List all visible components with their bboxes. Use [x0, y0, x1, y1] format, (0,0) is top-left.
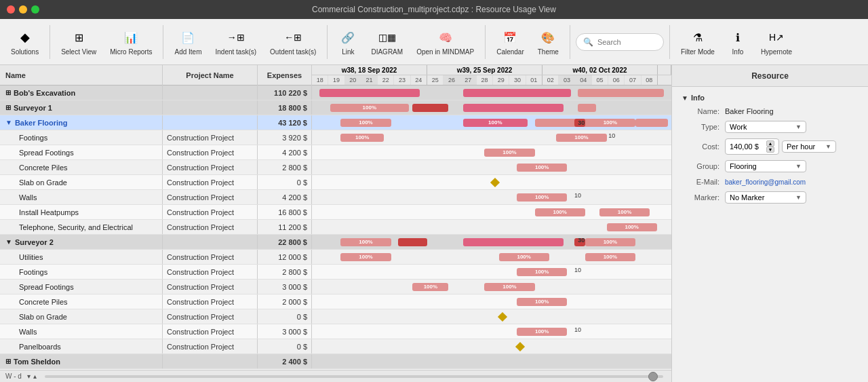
row-gantt-baker: 100% 100% 100% 30: [312, 115, 671, 130]
row-name-footings1: Footings: [0, 130, 163, 145]
minimize-button[interactable]: [19, 5, 27, 14]
row-name-slab1: Slab on Grade: [0, 175, 163, 189]
row-gantt-utilities: 100% 100% 100%: [312, 250, 671, 264]
marker-select[interactable]: No Marker ▼: [725, 191, 806, 204]
table-row[interactable]: Concrete Piles Construction Project 2 80…: [0, 160, 671, 175]
open-mindmap-button[interactable]: 🧠 Open in MINDMAP: [411, 22, 479, 62]
info-button[interactable]: ℹ Info: [723, 22, 753, 62]
calendar-button[interactable]: 📅 Calendar: [491, 22, 530, 62]
row-project-concrete-piles2: Construction Project: [163, 294, 258, 309]
table-row[interactable]: Spread Footings Construction Project 4 2…: [0, 145, 671, 160]
date-headers: w38, 18 Sep 2022 w39, 25 Sep 2022 w40, 0…: [312, 65, 671, 85]
row-gantt-bobs: [312, 85, 671, 100]
table-row[interactable]: ▼ Surveyor 2 22 800 $ 100% 100% 30: [0, 235, 671, 250]
day-headers: 18 19 20 21 22 23 24 25 26 27 28 29: [312, 75, 671, 85]
gantt-bar: 100%: [340, 119, 391, 127]
day-25: 25: [427, 75, 443, 85]
table-row[interactable]: Utilities Construction Project 12 000 $ …: [0, 250, 671, 265]
gantt-bar: 100%: [412, 283, 448, 291]
micro-reports-button[interactable]: 📊 Micro Reports: [104, 22, 157, 62]
add-item-label: Add Item: [174, 48, 201, 56]
table-row[interactable]: Walls Construction Project 4 200 $ 100% …: [0, 190, 671, 205]
close-button[interactable]: [7, 5, 15, 14]
row-project-telephone: Construction Project: [163, 220, 258, 234]
day-06: 06: [608, 75, 625, 85]
zoom-down-icon[interactable]: ▾: [27, 373, 31, 380]
cost-stepper[interactable]: ▲ ▼: [766, 140, 774, 153]
gantt-number: 10: [574, 326, 581, 333]
row-expenses-concrete-piles2: 2 000 $: [258, 294, 312, 309]
indent-icon: →⊞: [226, 28, 245, 47]
type-select[interactable]: Work ▼: [725, 121, 806, 133]
day-28: 28: [477, 75, 493, 85]
table-row[interactable]: Footings Construction Project 3 920 $ 10…: [0, 130, 671, 145]
link-button[interactable]: 🔗 Link: [333, 22, 363, 62]
row-project-footings1: Construction Project: [163, 130, 258, 145]
maximize-button[interactable]: [31, 5, 39, 14]
micro-reports-icon: 📊: [121, 28, 140, 47]
row-name-surveyor1: ⊞ Surveyor 1: [0, 100, 163, 115]
table-row[interactable]: Slab on Grade Construction Project 0 $: [0, 309, 671, 324]
link-icon: 🔗: [338, 28, 357, 47]
theme-button[interactable]: 🎨 Theme: [532, 22, 564, 62]
marker-field-label: Marker:: [682, 193, 719, 202]
gantt-bar: 100%: [499, 253, 549, 261]
diagram-label: DIAGRAM: [371, 48, 403, 56]
gantt-bar: [578, 104, 596, 112]
mindmap-icon: 🧠: [436, 28, 455, 47]
milestone-diamond: [490, 177, 500, 187]
row-gantt-walls2: 100% 10: [312, 324, 671, 339]
row-project-slab1: Construction Project: [163, 175, 258, 189]
bottom-bar: W - d ▾ ▴: [0, 370, 671, 382]
solutions-button[interactable]: ◆ Solutions: [5, 22, 44, 62]
toolbar: ◆ Solutions ⊞ Select View 📊 Micro Report…: [0, 19, 868, 65]
select-view-button[interactable]: ⊞ Select View: [56, 22, 102, 62]
diagram-button[interactable]: ◫▦ DIAGRAM: [366, 22, 408, 62]
table-row[interactable]: Panelboards Construction Project 0 $: [0, 339, 671, 354]
table-row[interactable]: Footings Construction Project 2 800 $ 10…: [0, 265, 671, 280]
info-icon: ℹ: [728, 28, 747, 47]
row-name-baker: ▼ Baker Flooring: [0, 115, 163, 130]
zoom-thumb[interactable]: [648, 372, 658, 381]
table-row[interactable]: ⊞ Tom Sheldon 2 400 $: [0, 354, 671, 369]
search-box[interactable]: 🔍: [576, 33, 664, 51]
milestone-diamond: [515, 341, 525, 351]
gantt-bar: 100%: [463, 119, 528, 127]
group-select[interactable]: Flooring ▼: [725, 160, 806, 172]
filter-mode-button[interactable]: ⚗ Filter Mode: [675, 22, 720, 62]
stepper-up[interactable]: ▲: [766, 140, 774, 147]
diagram-icon: ◫▦: [378, 28, 397, 47]
zoom-up-icon[interactable]: ▴: [33, 373, 37, 380]
table-row[interactable]: Walls Construction Project 3 000 $ 100% …: [0, 324, 671, 339]
per-hour-select[interactable]: Per hour ▼: [782, 140, 836, 153]
table-row[interactable]: ▼ Baker Flooring 43 120 $ 100% 100% 100%…: [0, 115, 671, 130]
table-row[interactable]: Concrete Piles Construction Project 2 00…: [0, 294, 671, 309]
cost-input[interactable]: 140,00 $ ▲ ▼: [725, 138, 779, 155]
zoom-slider[interactable]: [45, 375, 663, 378]
table-body[interactable]: ⊞ Bob's Excavation 110 220 $ ⊞ Surveyor …: [0, 85, 671, 370]
group-field-label: Group:: [682, 162, 719, 170]
row-gantt-concrete-piles2: 100%: [312, 294, 671, 309]
table-row[interactable]: Install Heatpumps Construction Project 1…: [0, 205, 671, 220]
table-row[interactable]: ⊞ Surveyor 1 18 800 $ 100%: [0, 100, 671, 115]
search-input[interactable]: [597, 38, 658, 46]
table-row[interactable]: Spread Footings Construction Project 3 0…: [0, 280, 671, 294]
outdent-tasks-button[interactable]: ←⊞ Outdent task(s): [264, 22, 321, 62]
row-gantt-surveyor1: 100%: [312, 100, 671, 115]
stepper-down[interactable]: ▼: [766, 147, 774, 153]
table-row[interactable]: ⊞ Bob's Excavation 110 220 $: [0, 85, 671, 100]
row-expenses-utilities: 12 000 $: [258, 250, 312, 264]
add-item-icon: 📄: [178, 28, 197, 47]
table-row[interactable]: Telephone, Security, and Electrical Cons…: [0, 220, 671, 235]
row-gantt-telephone: 100%: [312, 220, 671, 234]
hypernote-icon: H↗: [767, 28, 786, 47]
indent-tasks-button[interactable]: →⊞ Indent task(s): [210, 22, 262, 62]
gantt-bar: 100%: [484, 283, 534, 291]
sep6: [669, 25, 670, 59]
table-row[interactable]: Slab on Grade Construction Project 0 $: [0, 175, 671, 190]
hypernote-button[interactable]: H↗ Hypernote: [755, 22, 797, 62]
table-area: Name Project Name Expenses w38, 18 Sep 2…: [0, 65, 671, 382]
row-expenses-panelboards: 0 $: [258, 339, 312, 354]
collapse-icon[interactable]: ▼: [682, 94, 688, 102]
add-item-button[interactable]: 📄 Add Item: [169, 22, 207, 62]
